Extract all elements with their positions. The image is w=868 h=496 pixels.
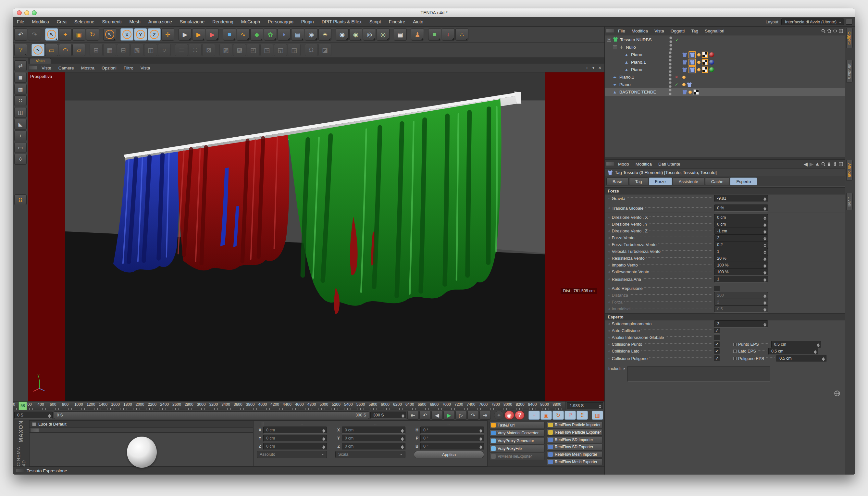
spinner-icon[interactable] <box>763 222 766 227</box>
redo-icon[interactable]: ↷ <box>28 28 41 41</box>
modeling-extrude-icon[interactable]: ⊞ <box>90 44 103 56</box>
visibility-dots[interactable] <box>667 59 672 65</box>
annotation-icon[interactable]: ▤ <box>394 28 407 41</box>
cloth-tag-selected-icon[interactable] <box>688 59 696 66</box>
search-icon[interactable] <box>820 161 826 167</box>
expand-icon[interactable]: − <box>607 38 611 42</box>
coord-field[interactable]: 0 cm <box>263 435 327 442</box>
object-row-piano[interactable]: ▲Piano <box>605 51 845 59</box>
anim-dot-icon[interactable]: ○ <box>608 350 610 353</box>
texture-tag-icon[interactable] <box>702 52 708 58</box>
spinner-icon[interactable] <box>822 356 825 361</box>
parent-up-icon[interactable]: ▲ <box>815 161 820 167</box>
drag-handle[interactable] <box>606 29 614 32</box>
om-menu-tag[interactable]: Tag <box>688 29 701 33</box>
attr-tab-cache[interactable]: Cache <box>705 177 730 185</box>
panel-splitter[interactable] <box>605 157 845 160</box>
spinner-icon[interactable] <box>763 307 766 311</box>
spinner-icon[interactable] <box>763 270 766 274</box>
spinner-icon[interactable] <box>401 428 404 432</box>
checkbox-collisione-punto[interactable]: ✓ <box>714 341 720 347</box>
plugin-realflow-particle-importer[interactable]: RealFlow Particle Importer <box>547 422 603 429</box>
record-position-icon[interactable]: + <box>528 410 540 420</box>
prev-key-icon[interactable]: ↶ <box>419 410 431 420</box>
menu-script[interactable]: Script <box>366 17 385 26</box>
viewport-menu-mostra[interactable]: Mostra <box>78 65 98 71</box>
home-icon[interactable] <box>826 28 832 33</box>
value-field[interactable]: 3 <box>714 320 768 327</box>
value-field[interactable]: 0.5 cm <box>768 348 818 355</box>
modeling-magnet-icon[interactable]: Ω <box>305 44 318 56</box>
add-nurbs-icon[interactable]: ◆ <box>250 28 263 41</box>
anim-dot-icon[interactable]: ○ <box>608 270 610 274</box>
modeling-mirror-icon[interactable]: ◪ <box>319 44 331 56</box>
menu-dpit-plants-effex[interactable]: DPIT Plants & Effex <box>318 17 366 26</box>
snap-settings-icon[interactable]: Ω <box>14 195 27 205</box>
drag-handle[interactable] <box>31 429 38 432</box>
spinner-icon[interactable] <box>817 342 820 347</box>
coord-field[interactable]: 0 cm <box>342 427 405 434</box>
view-swap-icon[interactable]: ↕ <box>584 65 590 70</box>
enable-state-icon[interactable]: ✓ <box>672 82 680 87</box>
cloth-tag-icon[interactable] <box>682 60 687 65</box>
anim-dot-icon[interactable]: ○ <box>608 216 610 219</box>
workplane-mode-icon[interactable]: ▭ <box>14 142 27 153</box>
tab-struttura[interactable]: Struttura <box>846 60 853 82</box>
menu-strumenti[interactable]: Strumenti <box>98 17 126 26</box>
cloth-tag-icon[interactable] <box>682 67 687 72</box>
section-header-esperto[interactable]: Esperto <box>605 313 845 320</box>
visibility-dots[interactable] <box>668 36 673 43</box>
viewport-menu-vista[interactable]: Vista <box>137 65 154 71</box>
tab-livelli[interactable]: Livelli <box>846 193 853 210</box>
material-manager-header[interactable]: Luce di Default <box>30 421 253 428</box>
attr-tab-forze[interactable]: Forze <box>649 177 672 185</box>
spinner-icon[interactable] <box>322 428 325 432</box>
lock-z-axis-icon[interactable]: Z <box>148 28 161 41</box>
plugin-fast-fur[interactable]: Fast&Fur! <box>490 422 545 429</box>
coord-field[interactable]: 0 cm <box>263 443 327 450</box>
anim-dot-icon[interactable]: ○ <box>608 336 610 339</box>
plugin-realflow-sd-importer[interactable]: RealFlow SD Importer <box>547 436 603 443</box>
checkbox-analisi-intersezione-globale[interactable] <box>714 335 720 341</box>
coordinate-system-icon[interactable]: ✛ <box>161 28 174 41</box>
record-rotation-icon[interactable]: ↻ <box>553 410 564 420</box>
spinner-icon[interactable] <box>763 277 766 281</box>
include-listbox[interactable] <box>627 366 770 382</box>
position-mode-dropdown[interactable]: Assoluto <box>257 451 327 458</box>
timeline-playhead[interactable]: 58 <box>18 402 27 410</box>
view-close-icon[interactable]: ✕ <box>596 65 603 70</box>
add-deformer-icon[interactable]: ◗ <box>278 28 291 41</box>
spinner-icon[interactable] <box>763 196 766 201</box>
value-field[interactable]: -9.81 <box>714 195 768 202</box>
modeling-knife-icon[interactable]: ☰ <box>175 44 188 56</box>
object-row-bastone-tende[interactable]: ▲BASTONE TENDE <box>605 88 845 96</box>
history-forward-icon[interactable]: ▶ <box>809 161 815 167</box>
polygon-mode-icon[interactable]: ◣ <box>14 119 27 129</box>
material-preview-sphere[interactable] <box>127 437 157 468</box>
spinner-icon[interactable] <box>763 236 766 240</box>
anim-dot-icon[interactable]: ○ <box>608 343 610 346</box>
spinner-icon[interactable] <box>763 249 766 254</box>
expression-tag-icon[interactable] <box>697 68 700 72</box>
value-field[interactable]: 0.2 <box>714 241 768 248</box>
menu-mesh[interactable]: Mesh <box>125 17 144 26</box>
coord-field[interactable]: 0 ° <box>420 443 484 450</box>
anim-dot-icon[interactable]: ○ <box>608 197 610 200</box>
om-menu-vista[interactable]: Vista <box>651 29 667 33</box>
drag-handle[interactable] <box>16 469 24 472</box>
coord-field[interactable]: 0 cm <box>342 443 405 450</box>
curtain-red[interactable] <box>178 135 289 271</box>
spinner-icon[interactable] <box>763 256 766 261</box>
lock-icon[interactable] <box>826 161 832 167</box>
plugin-realflow-mesh-exporter[interactable]: RealFlow Mesh Exporter <box>547 458 603 465</box>
edge-mode-icon[interactable]: ◫ <box>14 107 27 118</box>
anim-dot-icon[interactable]: ○ <box>608 223 610 226</box>
anim-dot-icon[interactable]: ○ <box>608 230 610 233</box>
total-time-field[interactable]: 300 S <box>370 412 406 419</box>
menu-file[interactable]: File <box>13 17 28 26</box>
record-parameters-icon[interactable]: P <box>564 410 576 420</box>
spinner-icon[interactable] <box>322 436 325 440</box>
spinner-icon[interactable] <box>479 428 482 432</box>
plugin-vrayproxyfile[interactable]: VrayProxyFile <box>490 445 545 452</box>
material-red-icon[interactable] <box>709 52 714 57</box>
